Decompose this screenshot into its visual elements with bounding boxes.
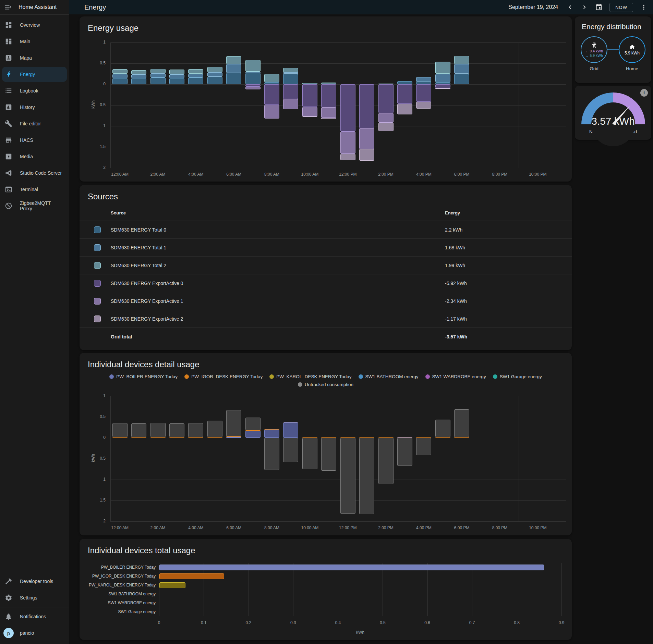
bar-segment [245, 87, 261, 89]
sidebar-item-label: Mapa [20, 55, 32, 61]
gauge-card: i 3.57 kWh Net returned to the grid [575, 86, 651, 140]
gridline [204, 563, 204, 616]
legend-item[interactable]: PW_IGOR_DESK ENERGY Today [184, 374, 263, 379]
chevron-left-icon[interactable] [566, 3, 574, 11]
bar-segment [283, 99, 298, 110]
legend-item[interactable]: SW1 WARDROBE energy [425, 374, 486, 379]
x-axis-tick: 0.4 [331, 620, 345, 625]
sidebar-item-energy[interactable]: Energy [2, 67, 67, 82]
bar-segment [245, 431, 261, 438]
sidebar-item-zigbee2mqtt-proxy[interactable]: Zigbee2MQTT Proxy [2, 198, 67, 213]
grid-return-value: ← 9.4 kWh [585, 49, 603, 53]
x-axis-tick: 8:00 PM [484, 172, 515, 177]
map-account-icon [5, 54, 12, 62]
legend-label: SW1 BATHROOM energy [365, 374, 419, 379]
calendar-icon[interactable] [595, 3, 603, 11]
bar-segment [454, 64, 469, 74]
energy-usage-card: Energy usage 10.500.511.5212:00 AM2:00 A… [80, 16, 572, 182]
bar-segment [359, 84, 374, 128]
source-energy-value: -2.34 kWh [445, 298, 564, 304]
view-dashboard-icon [5, 21, 12, 29]
menu-open-icon[interactable] [4, 3, 12, 11]
sidebar-item-user[interactable]: p pancio [2, 626, 66, 641]
sidebar-item-terminal[interactable]: Terminal [2, 182, 67, 197]
sources-card: Sources Source Energy SDM630 ENERGY Tota… [80, 185, 572, 350]
legend-item[interactable]: SW1 Garage energy [493, 374, 542, 379]
bar-segment [454, 437, 469, 438]
bar-segment [112, 78, 128, 84]
bar-segment [435, 74, 450, 82]
sidebar-item-overview[interactable]: Overview [2, 17, 67, 33]
sidebar-item-label: Studio Code Server [20, 170, 62, 176]
bar-segment [264, 438, 279, 470]
sidebar-item-label: Overview [20, 22, 40, 28]
source-row: SDM630 ENERGY ExportActive 1-2.34 kWh [80, 292, 572, 310]
sidebar-item-settings[interactable]: Settings [2, 590, 66, 605]
legend-dot [298, 382, 302, 387]
energy-distribution-card: Energy distribution ← 9.4 kWh → 5.9 kWh … [575, 16, 651, 83]
source-color-swatch [94, 262, 101, 269]
info-icon[interactable]: i [640, 89, 648, 97]
gridline [110, 521, 566, 522]
devices-detail-card: Individual devices detail usage PW_BOILE… [80, 353, 572, 535]
gridline [110, 105, 566, 106]
bar-segment [321, 438, 336, 471]
gridline [249, 563, 249, 616]
legend-item[interactable]: PW_KAROL_DESK ENERGY Today [269, 374, 351, 379]
source-name: SDM630 ENERGY Total 2 [111, 263, 166, 268]
y-axis-tick: 0 [89, 435, 106, 440]
sidebar-item-main[interactable]: Main [2, 34, 67, 49]
home-label: Home [619, 66, 645, 71]
y-axis-label: kWh [91, 451, 96, 465]
gridline [110, 42, 566, 43]
sidebar-item-mapa[interactable]: Mapa [2, 50, 67, 65]
x-axis-tick: 0.6 [421, 620, 434, 625]
now-button[interactable]: NOW [609, 3, 633, 12]
bar-segment [150, 423, 166, 437]
bar-segment [359, 149, 374, 161]
bar-segment [454, 56, 469, 64]
sidebar-item-label: Logbook [20, 88, 38, 94]
sidebar-item-notifications[interactable]: Notifications [2, 609, 66, 624]
sidebar-item-history[interactable]: History [2, 100, 67, 115]
sidebar-item-studio-code-server[interactable]: Studio Code Server [2, 165, 67, 181]
sidebar-item-developer-tools[interactable]: Developer tools [2, 574, 66, 589]
x-axis-tick: 0.7 [465, 620, 479, 625]
legend-item[interactable]: Untracked consumption [298, 382, 353, 387]
legend-label: SW1 WARDROBE energy [432, 374, 486, 379]
y-axis-tick: 1 [89, 477, 106, 482]
source-row: SDM630 ENERGY Total 02.2 kWh [80, 221, 572, 238]
dots-vertical-icon[interactable] [640, 3, 648, 11]
sidebar-item-label: Zigbee2MQTT Proxy [20, 200, 64, 211]
gridline [253, 396, 253, 521]
x-axis-tick: 10:00 PM [522, 172, 553, 177]
y-axis-tick: 1.5 [89, 144, 106, 149]
bar-segment [378, 113, 394, 123]
legend-item[interactable]: PW_BOILER ENERGY Today [109, 374, 178, 379]
x-axis-tick: 4:00 PM [408, 525, 439, 530]
bar-segment [169, 70, 184, 74]
x-axis-tick: 10:00 PM [522, 525, 553, 530]
bar-segment [226, 64, 241, 73]
grid-total-row: Grid total -3.57 kWh [80, 327, 572, 345]
legend-dot [109, 374, 114, 379]
sidebar-item-media[interactable]: Media [2, 149, 67, 164]
legend-item[interactable]: SW1 BATHROOM energy [359, 374, 419, 379]
source-name: SDM630 ENERGY ExportActive 1 [111, 298, 183, 304]
sidebar-item-logbook[interactable]: Logbook [2, 83, 67, 98]
sidebar-item-file-editor[interactable]: File editor [2, 116, 67, 131]
bar-segment [188, 423, 203, 437]
bar-segment [283, 84, 298, 99]
bar-segment [207, 67, 222, 72]
y-axis-tick: 1 [89, 123, 106, 128]
bar-segment [264, 105, 279, 119]
bar-segment [169, 78, 184, 84]
legend-label: Untracked consumption [305, 382, 353, 387]
chevron-right-icon[interactable] [581, 3, 588, 11]
device-row-label: PW_KAROL_DESK ENERGY Today [80, 583, 156, 587]
sidebar-item-hacs[interactable]: HACS [2, 133, 67, 148]
bar-segment [207, 421, 222, 437]
sidebar-item-label: Main [20, 39, 30, 44]
gear-icon [5, 594, 12, 602]
grid-circle: ← 9.4 kWh → 5.9 kWh [581, 36, 607, 63]
